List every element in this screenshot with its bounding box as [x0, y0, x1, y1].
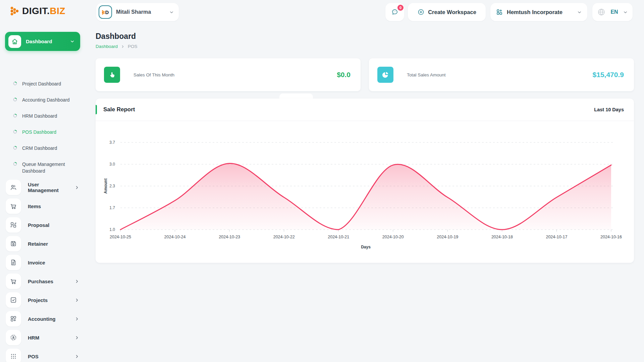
bullet-ring-icon: [13, 145, 17, 150]
sidebar-item-hrm[interactable]: HRM: [0, 328, 87, 347]
divider: [96, 121, 634, 121]
stat-value: $0.0: [337, 71, 351, 79]
sidebar-item-label: Items: [28, 203, 68, 209]
language-selector[interactable]: EN: [592, 3, 633, 21]
sidebar-item-accounting[interactable]: Accounting: [0, 309, 87, 328]
breadcrumb-dashboard-link[interactable]: Dashboard: [96, 44, 118, 49]
chevron-down-icon: [70, 39, 75, 44]
breadcrumb-chevron-icon: [121, 45, 125, 49]
svg-text:2024-10-20: 2024-10-20: [382, 235, 404, 239]
svg-text:2024-10-18: 2024-10-18: [491, 235, 513, 239]
users-icon: [6, 180, 21, 195]
stat-value: $15,470.9: [593, 71, 624, 79]
svg-text:1.0: 1.0: [109, 227, 115, 232]
sidebar-subitem-label: Queue Management Dashboard: [22, 161, 72, 174]
bullet-ring-icon: [13, 129, 17, 134]
area-chart-svg: 1.01.72.33.03.72024-10-252024-10-242024-…: [96, 99, 634, 263]
svg-text:Days: Days: [361, 245, 371, 249]
globe-icon: [597, 8, 606, 16]
sidebar-item-projects[interactable]: Projects: [0, 291, 87, 309]
chart-range-label: Last 10 Days: [594, 107, 624, 112]
sidebar-subitem-label: Accounting Dashboard: [22, 97, 70, 103]
sidebar-item-label: Projects: [28, 297, 68, 303]
scan-user-icon: [6, 330, 21, 345]
topbar: DIGIT.BIZ D Mitali Sharma 0 Create Works…: [0, 0, 644, 24]
sidebar-item-label: POS: [28, 354, 68, 359]
sidebar-item-proposal[interactable]: Proposal: [0, 216, 87, 234]
hand-pointer-icon: [104, 67, 120, 83]
workspace-grid-icon: [496, 8, 503, 16]
bullet-ring-icon: [13, 113, 17, 118]
svg-text:2024-10-22: 2024-10-22: [273, 235, 295, 239]
chevron-right-icon: [74, 279, 80, 284]
chevron-down-icon: [169, 10, 174, 15]
sidebar-item-pos[interactable]: POS: [0, 347, 87, 362]
sidebar-item-user-management[interactable]: User Management: [0, 178, 87, 197]
svg-text:1.7: 1.7: [109, 205, 115, 210]
svg-text:2024-10-25: 2024-10-25: [110, 235, 131, 239]
sidebar-subitem-project-dashboard[interactable]: Project Dashboard: [0, 75, 87, 92]
workspace-avatar: D: [99, 5, 112, 19]
check-square-icon: [6, 292, 21, 308]
sidebar-subitem-accounting-dashboard[interactable]: Accounting Dashboard: [0, 92, 87, 108]
sidebar-item-items[interactable]: Items: [0, 197, 87, 216]
sidebar-item-invoice[interactable]: Invoice: [0, 253, 87, 272]
cart-icon: [6, 198, 21, 214]
svg-text:2024-10-17: 2024-10-17: [546, 235, 567, 239]
page-title: Dashboard: [96, 32, 136, 41]
sidebar-item-dashboard[interactable]: Dashboard: [5, 32, 80, 51]
sidebar-item-label: Purchases: [28, 279, 68, 284]
save-icon: [6, 236, 21, 251]
sale-report-card: 1.01.72.33.03.72024-10-252024-10-242024-…: [96, 99, 634, 263]
chat-button[interactable]: 0: [385, 3, 404, 21]
invoice-icon: [6, 255, 21, 270]
breadcrumb-current: POS: [128, 44, 138, 49]
chevron-down-icon: [577, 10, 582, 15]
chat-badge: 0: [397, 5, 404, 11]
bullet-ring-icon: [13, 81, 17, 86]
home-icon: [8, 35, 21, 48]
company-selector[interactable]: Hemtush Incorporate: [490, 3, 587, 21]
sidebar-subitem-hrm-dashboard[interactable]: HRM Dashboard: [0, 108, 87, 124]
sidebar-item-purchases[interactable]: Purchases: [0, 272, 87, 291]
sidebar-subitem-label: Project Dashboard: [22, 80, 61, 87]
sidebar-item-label: Accounting: [28, 316, 68, 322]
pie-chart-icon: [377, 67, 393, 83]
svg-text:2024-10-21: 2024-10-21: [328, 235, 349, 239]
sidebar-sub-list: Project Dashboard Accounting Dashboard H…: [0, 75, 87, 174]
sidebar-subitem-pos-dashboard[interactable]: POS Dashboard: [0, 124, 87, 140]
chevron-right-icon: [74, 185, 80, 190]
svg-text:3.0: 3.0: [109, 162, 115, 167]
svg-text:2024-10-24: 2024-10-24: [164, 235, 186, 239]
workspace-user-selector[interactable]: D Mitali Sharma: [96, 3, 179, 21]
language-code: EN: [609, 9, 620, 15]
bullet-ring-icon: [13, 162, 17, 166]
sidebar-item-label: Invoice: [28, 260, 68, 265]
sidebar-subitem-crm-dashboard[interactable]: CRM Dashboard: [0, 140, 87, 156]
app-logo[interactable]: DIGIT.BIZ: [10, 5, 65, 17]
bullet-ring-icon: [13, 97, 17, 102]
chevron-right-icon: [74, 335, 80, 340]
sidebar-subitem-label: CRM Dashboard: [22, 145, 57, 152]
svg-text:2024-10-16: 2024-10-16: [600, 235, 622, 239]
sidebar-item-retainer[interactable]: Retainer: [0, 234, 87, 253]
logo-text: DIGIT.BIZ: [22, 6, 65, 16]
chart-header: Sale Report Last 10 Days: [96, 99, 634, 121]
circle-plus-icon: [417, 8, 425, 16]
sidebar-subitem-queue-management-dashboard[interactable]: Queue Management Dashboard: [0, 156, 87, 174]
stat-label: Sales Of This Month: [133, 72, 337, 77]
workspace-user-name: Mitali Sharma: [116, 9, 165, 15]
company-name: Hemtush Incorporate: [507, 9, 573, 15]
sidebar-subitem-label: POS Dashboard: [22, 129, 56, 135]
chevron-right-icon: [74, 354, 80, 359]
stat-card-sales-month: Sales Of This Month $0.0: [96, 58, 361, 91]
create-workspace-button[interactable]: Create Workspace: [408, 3, 486, 21]
stat-label: Total Sales Amount: [407, 72, 593, 77]
sidebar-main-list: User Management Items Proposal Retainer …: [0, 178, 87, 362]
card-notch: [279, 94, 313, 99]
chat-icon: [391, 8, 398, 16]
logo-hexagon-icon: [10, 5, 19, 17]
proposal-icon: [6, 217, 21, 233]
sidebar-item-label: HRM: [28, 335, 68, 341]
sidebar-item-label: Proposal: [28, 222, 68, 228]
